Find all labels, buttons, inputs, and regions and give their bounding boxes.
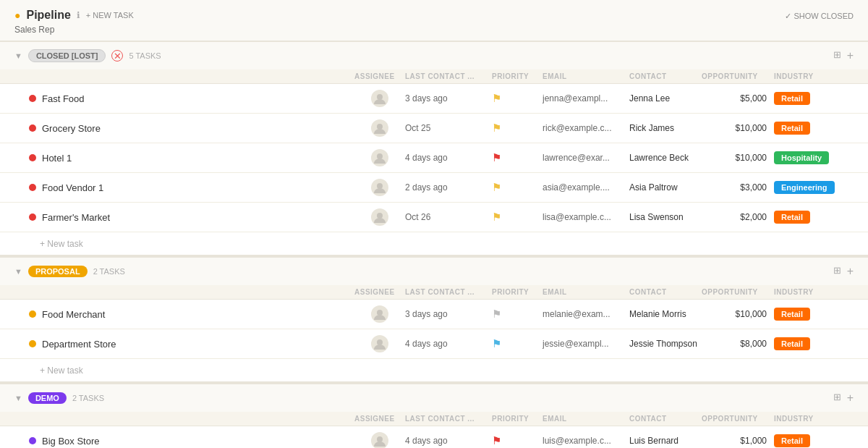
avatar <box>371 305 388 323</box>
avatar-icon <box>373 91 387 106</box>
svg-point-1 <box>377 124 383 130</box>
new-task-link[interactable]: + New task <box>40 365 83 376</box>
priority-flag-yellow: ⚑ <box>492 122 501 134</box>
col-last-contact: LAST CONTACT ... <box>405 288 492 296</box>
col-name <box>29 288 354 296</box>
new-task-link[interactable]: + New task <box>40 239 83 249</box>
new-task-button[interactable]: + NEW TASK <box>86 11 134 20</box>
row-name-label: Farmer's Market <box>42 212 110 223</box>
section-header-proposal: ▼ PROPOSAL 2 TASKS ⊞ + <box>0 256 868 285</box>
new-task-row-proposal[interactable]: + New task <box>0 359 868 383</box>
table-row[interactable]: Food Vendor 1 2 days ago ⚑ asia@example.… <box>0 173 868 203</box>
row-industry[interactable]: Retail <box>774 434 854 447</box>
row-name-label: Department Store <box>42 339 116 350</box>
col-assignee: ASSIGNEE <box>354 288 405 296</box>
industry-badge[interactable]: Retail <box>774 434 810 447</box>
section-toggle-demo[interactable]: ▼ <box>14 394 22 402</box>
col-industry: INDUSTRY <box>774 72 854 80</box>
row-industry[interactable]: Retail <box>774 122 854 135</box>
table-row[interactable]: Grocery Store Oct 25 ⚑ rick@example.c...… <box>0 114 868 143</box>
row-last-contact: 4 days ago <box>405 339 492 349</box>
col-assignee: ASSIGNEE <box>354 72 405 80</box>
table-row[interactable]: Food Merchant 3 days ago ⚑ melanie@exam.… <box>0 300 868 329</box>
row-opportunity: $5,000 <box>702 93 774 103</box>
grid-view-icon-closed-lost[interactable]: ⊞ <box>833 49 841 62</box>
row-opportunity: $1,000 <box>702 436 774 446</box>
new-task-row-closed-lost[interactable]: + New task <box>0 232 868 256</box>
industry-badge[interactable]: Engineering <box>774 181 835 194</box>
row-opportunity: $10,000 <box>702 153 774 163</box>
grid-view-icon-proposal[interactable]: ⊞ <box>833 265 841 278</box>
industry-badge[interactable]: Retail <box>774 92 810 105</box>
avatar-icon <box>373 210 387 224</box>
industry-badge[interactable]: Retail <box>774 122 810 135</box>
priority-flag-gray: ⚑ <box>492 308 501 320</box>
row-industry[interactable]: Retail <box>774 211 854 224</box>
col-email: EMAIL <box>542 415 629 423</box>
row-contact: Jessie Thompson <box>629 339 702 349</box>
add-item-icon-demo[interactable]: + <box>847 392 854 405</box>
show-closed-button[interactable]: ✓ SHOW CLOSED <box>785 12 854 20</box>
row-last-contact: Oct 25 <box>405 123 492 133</box>
row-email: melanie@exam... <box>542 309 629 319</box>
col-header-proposal: ASSIGNEE LAST CONTACT ... PRIORITY EMAIL… <box>0 285 868 300</box>
row-assignee <box>354 149 405 166</box>
row-name-label: Food Vendor 1 <box>42 182 103 193</box>
table-row[interactable]: Department Store 4 days ago ⚑ jessie@exa… <box>0 329 868 359</box>
row-name-4: Farmer's Market <box>29 212 354 223</box>
avatar-icon <box>373 337 387 351</box>
industry-badge[interactable]: Hospitality <box>774 151 829 164</box>
svg-point-4 <box>377 213 383 219</box>
industry-badge[interactable]: Retail <box>774 211 810 224</box>
col-industry: INDUSTRY <box>774 288 854 296</box>
row-email: lisa@example.c... <box>542 212 629 222</box>
row-industry[interactable]: Hospitality <box>774 151 854 164</box>
col-header-demo: ASSIGNEE LAST CONTACT ... PRIORITY EMAIL… <box>0 412 868 426</box>
row-priority: ⚑ <box>492 92 542 105</box>
grid-view-icon-demo[interactable]: ⊞ <box>833 392 841 405</box>
row-industry[interactable]: Engineering <box>774 181 854 194</box>
row-last-contact: 3 days ago <box>405 93 492 103</box>
row-name-label: Hotel 1 <box>42 153 72 164</box>
col-header-closed-lost: ASSIGNEE LAST CONTACT ... PRIORITY EMAIL… <box>0 69 868 84</box>
row-industry[interactable]: Retail <box>774 337 854 350</box>
col-assignee: ASSIGNEE <box>354 415 405 423</box>
row-email: luis@example.c... <box>542 436 629 446</box>
section-badge-demo: DEMO <box>28 392 67 404</box>
col-priority: PRIORITY <box>492 415 542 423</box>
table-row[interactable]: Hotel 1 4 days ago ⚑ lawrence@exar... La… <box>0 143 868 173</box>
industry-badge[interactable]: Retail <box>774 337 810 350</box>
col-industry: INDUSTRY <box>774 415 854 423</box>
avatar-icon <box>373 151 387 165</box>
pipeline-toggle[interactable]: ● <box>14 9 20 21</box>
row-opportunity: $8,000 <box>702 339 774 349</box>
row-name-0: Food Merchant <box>29 309 354 320</box>
section-header-demo: ▼ DEMO 2 TASKS ⊞ + <box>0 383 868 412</box>
row-assignee <box>354 179 405 196</box>
svg-point-6 <box>377 339 383 345</box>
table-row[interactable]: Big Box Store 4 days ago ⚑ luis@example.… <box>0 426 868 448</box>
row-last-contact: 3 days ago <box>405 309 492 319</box>
row-name-0: Fast Food <box>29 93 354 104</box>
row-assignee <box>354 208 405 226</box>
row-dot <box>29 154 36 161</box>
col-name <box>29 415 354 423</box>
row-contact: Lawrence Beck <box>629 153 702 163</box>
row-name-label: Big Box Store <box>42 436 100 447</box>
svg-point-7 <box>377 436 383 442</box>
avatar-icon <box>373 307 387 321</box>
add-item-icon-closed-lost[interactable]: + <box>847 49 854 62</box>
add-item-icon-proposal[interactable]: + <box>847 265 854 278</box>
row-name-label: Grocery Store <box>42 123 101 134</box>
table-row[interactable]: Fast Food 3 days ago ⚑ jenna@exampl... J… <box>0 84 868 114</box>
row-industry[interactable]: Retail <box>774 92 854 105</box>
row-assignee <box>354 119 405 137</box>
table-row[interactable]: Farmer's Market Oct 26 ⚑ lisa@example.c.… <box>0 203 868 232</box>
section-toggle-proposal[interactable]: ▼ <box>14 267 22 276</box>
col-last-contact: LAST CONTACT ... <box>405 415 492 423</box>
industry-badge[interactable]: Retail <box>774 308 810 321</box>
row-contact: Rick James <box>629 123 702 133</box>
section-toggle-closed-lost[interactable]: ▼ <box>14 51 22 60</box>
row-name-1: Department Store <box>29 339 354 350</box>
row-industry[interactable]: Retail <box>774 308 854 321</box>
